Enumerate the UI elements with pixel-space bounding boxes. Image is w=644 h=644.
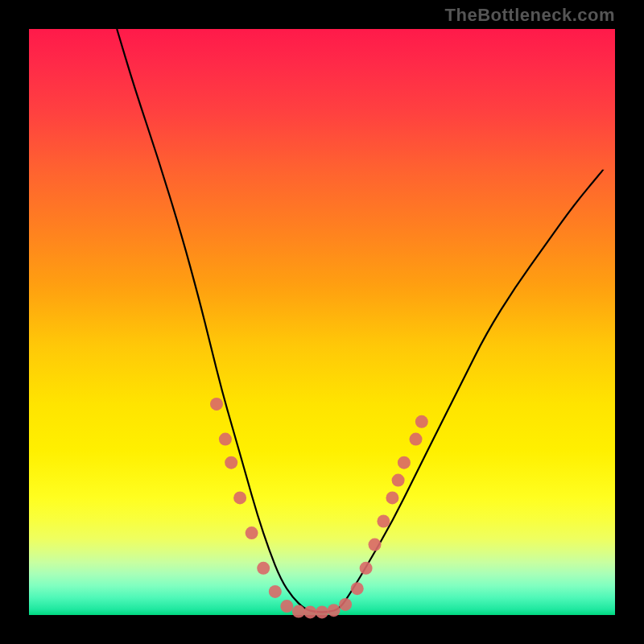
chart-overlay	[29, 29, 615, 615]
data-marker	[233, 491, 246, 504]
data-marker	[351, 582, 364, 595]
data-marker	[292, 605, 305, 618]
data-marker	[246, 526, 258, 539]
data-marker	[316, 605, 328, 618]
data-marker	[386, 491, 398, 504]
marker-group	[210, 398, 428, 619]
data-marker	[219, 433, 232, 446]
data-marker	[392, 474, 405, 487]
data-marker	[415, 415, 428, 428]
chart-frame: TheBottleneck.com	[0, 0, 644, 644]
data-marker	[398, 456, 411, 469]
data-marker	[328, 604, 341, 617]
data-marker	[210, 398, 223, 411]
data-marker	[225, 456, 237, 469]
data-marker	[257, 562, 270, 575]
data-marker	[377, 515, 390, 528]
data-marker	[280, 600, 293, 613]
watermark-text: TheBottleneck.com	[445, 5, 615, 26]
data-marker	[410, 433, 423, 446]
data-marker	[269, 585, 282, 598]
bottleneck-curve	[117, 29, 603, 612]
data-marker	[369, 539, 382, 551]
data-marker	[303, 605, 316, 618]
data-marker	[339, 598, 352, 611]
data-marker	[360, 562, 373, 575]
